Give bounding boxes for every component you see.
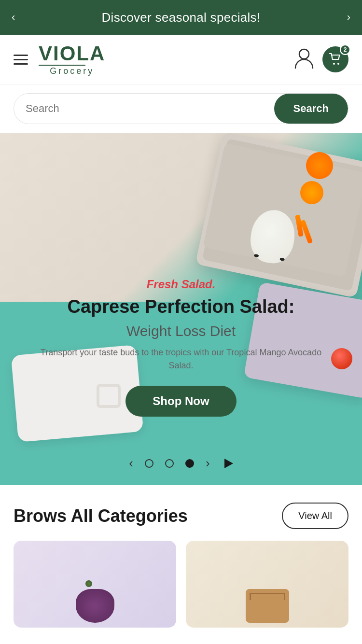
hero-text-overlay: Fresh Salad. Caprese Perfection Salad: W… (0, 278, 362, 417)
header: VIOLA Grocery 2 (0, 35, 362, 84)
banner-prev-arrow[interactable]: ‹ (12, 11, 15, 24)
logo-divider (39, 65, 85, 66)
hero-subtitle: Weight Loss Diet (29, 323, 333, 339)
header-left: VIOLA Grocery (14, 43, 105, 75)
svg-point-0 (299, 49, 309, 59)
cart-badge: 2 (340, 44, 350, 55)
box-decoration (246, 589, 289, 623)
slider-prev-arrow[interactable]: ‹ (129, 456, 133, 471)
categories-header: Brows All Categories View All (14, 503, 348, 529)
search-button[interactable]: Search (274, 94, 348, 124)
slider-next-arrow[interactable]: › (206, 456, 210, 471)
cart-button[interactable]: 2 (322, 46, 348, 72)
orange-slice-1 (306, 152, 333, 179)
orange-slice-2 (300, 181, 323, 204)
logo-viola: VIOLA (39, 43, 105, 64)
search-input[interactable] (14, 94, 274, 124)
category-cards (14, 541, 348, 628)
shop-now-button[interactable]: Shop Now (125, 386, 236, 417)
search-section: Search (0, 84, 362, 133)
logo[interactable]: VIOLA Grocery (39, 43, 105, 75)
slider-dot-2[interactable] (165, 459, 174, 468)
categories-section: Brows All Categories View All (0, 485, 362, 637)
categories-title: Brows All Categories (14, 506, 188, 526)
hero-tag: Fresh Salad. (29, 278, 333, 291)
svg-point-2 (337, 63, 339, 65)
berry-decoration (76, 589, 114, 623)
user-icon[interactable] (294, 48, 314, 71)
header-icons: 2 (294, 46, 348, 72)
svg-point-1 (333, 63, 335, 65)
search-wrapper: Search (14, 93, 348, 124)
slider-controls: ‹ › (0, 456, 362, 471)
hero-title: Caprese Perfection Salad: (29, 296, 333, 318)
logo-grocery: Grocery (39, 67, 105, 75)
hero-description: Transport your taste buds to the tropics… (29, 346, 333, 372)
hamburger-line-1 (14, 55, 28, 56)
slider-dot-1[interactable] (145, 459, 153, 468)
hamburger-line-3 (14, 63, 28, 65)
hamburger-menu[interactable] (14, 55, 28, 65)
category-card-berry[interactable] (14, 541, 176, 628)
category-card-box[interactable] (186, 541, 348, 628)
slider-play-button[interactable] (224, 459, 233, 468)
slider-dot-3[interactable] (185, 459, 194, 468)
hamburger-line-2 (14, 59, 28, 60)
view-all-button[interactable]: View All (282, 503, 348, 529)
banner-next-arrow[interactable]: › (347, 11, 350, 24)
hero-slider: Fresh Salad. Caprese Perfection Salad: W… (0, 133, 362, 485)
banner-text: Discover seasonal specials! (102, 10, 261, 25)
top-banner: ‹ Discover seasonal specials! › (0, 0, 362, 35)
